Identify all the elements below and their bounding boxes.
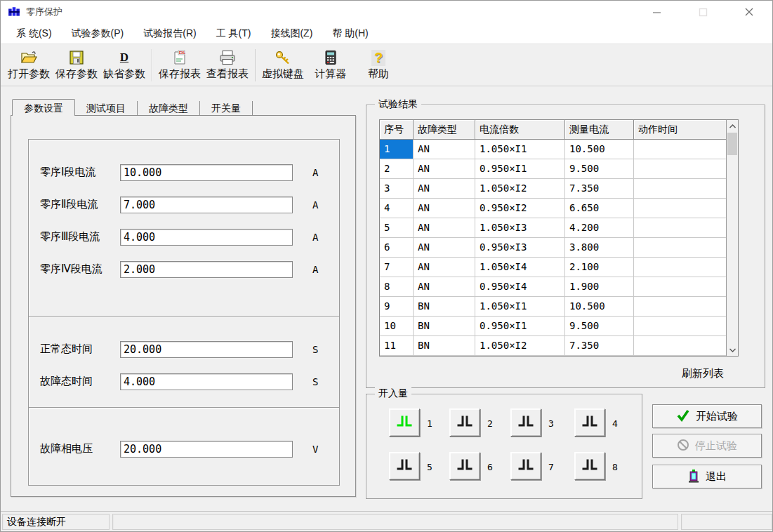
exit-button[interactable]: 退出 <box>652 465 762 488</box>
table-cell[interactable]: AN <box>414 159 475 179</box>
table-cell[interactable]: 0.950×I2 <box>475 199 565 218</box>
table-cell[interactable] <box>634 199 726 218</box>
menu-item[interactable]: 接线图(Z) <box>260 25 322 43</box>
table-row[interactable]: 10BN0.950×I19.500 <box>380 317 726 336</box>
table-cell[interactable]: 7 <box>380 258 414 277</box>
table-cell[interactable]: 10.500 <box>565 297 634 317</box>
table-cell[interactable] <box>634 317 726 336</box>
table-cell[interactable]: 9 <box>380 297 414 317</box>
table-cell[interactable]: 0.950×I4 <box>475 277 565 297</box>
toolbar-button-view-report[interactable]: 查看报表 <box>204 46 251 84</box>
digital-input-switch-4[interactable] <box>574 408 605 437</box>
toolbar-button-save-report[interactable]: EXL保存报表 <box>156 46 204 84</box>
table-cell[interactable]: 0.950×I1 <box>475 317 565 336</box>
column-header[interactable]: 故障类型 <box>414 120 475 140</box>
stop-test-button[interactable]: 停止试验 <box>652 434 762 458</box>
scroll-up-icon[interactable] <box>727 120 738 132</box>
table-cell[interactable]: AN <box>414 258 475 277</box>
field-input[interactable] <box>120 373 293 390</box>
toolbar-button-calculator[interactable]: 计算器 <box>307 46 355 84</box>
table-cell[interactable] <box>634 218 726 238</box>
tab-测试项目[interactable]: 测试项目 <box>75 101 138 115</box>
table-cell[interactable]: 8 <box>380 277 414 297</box>
table-cell[interactable]: 3.800 <box>565 238 634 258</box>
table-cell[interactable]: 1.050×I4 <box>475 258 565 277</box>
field-input[interactable] <box>120 164 293 181</box>
table-cell[interactable]: 6.650 <box>565 199 634 218</box>
table-cell[interactable]: AN <box>414 277 475 297</box>
table-row[interactable]: 5AN1.050×I34.200 <box>380 218 726 238</box>
table-cell[interactable]: BN <box>414 297 475 317</box>
scrollbar-thumb[interactable] <box>727 133 737 155</box>
column-header[interactable]: 动作时间 <box>634 120 726 140</box>
close-button[interactable] <box>726 1 772 23</box>
results-scrollbar[interactable] <box>726 120 738 356</box>
table-cell[interactable]: 11 <box>380 336 414 356</box>
table-cell[interactable]: AN <box>414 179 475 199</box>
table-cell[interactable]: 4.200 <box>565 218 634 238</box>
field-input[interactable] <box>120 229 293 246</box>
digital-input-switch-1[interactable] <box>389 408 420 437</box>
table-row[interactable]: 6AN0.950×I33.800 <box>380 238 726 258</box>
column-header[interactable]: 序号 <box>380 120 414 140</box>
table-cell[interactable]: 4 <box>380 199 414 218</box>
table-cell[interactable]: AN <box>414 199 475 218</box>
toolbar-button-virtual-keyboard[interactable]: 虚拟键盘 <box>259 46 307 84</box>
table-cell[interactable]: 1.050×I1 <box>475 297 565 317</box>
table-cell[interactable]: 3 <box>380 179 414 199</box>
table-cell[interactable] <box>634 258 726 277</box>
field-input[interactable] <box>120 341 293 358</box>
digital-input-switch-7[interactable] <box>510 452 541 480</box>
table-row[interactable]: 3AN1.050×I27.350 <box>380 179 726 199</box>
table-row[interactable]: 7AN1.050×I42.100 <box>380 258 726 277</box>
table-cell[interactable]: 2 <box>380 159 414 179</box>
table-cell[interactable]: 0.950×I1 <box>475 159 565 179</box>
table-cell[interactable]: 1.050×I2 <box>475 336 565 356</box>
table-cell[interactable]: 1.050×I3 <box>475 218 565 238</box>
table-cell[interactable]: AN <box>414 218 475 238</box>
toolbar-button-open-folder[interactable]: 打开参数 <box>5 46 53 84</box>
start-test-button[interactable]: 开始试验 <box>652 404 762 428</box>
scrollbar-track[interactable] <box>727 156 738 344</box>
tab-故障类型[interactable]: 故障类型 <box>138 101 200 115</box>
column-header[interactable]: 测量电流 <box>565 120 634 140</box>
scroll-down-icon[interactable] <box>727 344 738 356</box>
table-cell[interactable] <box>634 336 726 356</box>
tab-开关量[interactable]: 开关量 <box>200 101 253 115</box>
column-header[interactable]: 电流倍数 <box>475 120 565 140</box>
table-cell[interactable] <box>634 140 726 159</box>
table-cell[interactable]: 1.050×I2 <box>475 179 565 199</box>
table-row[interactable]: 9BN1.050×I110.500 <box>380 297 726 317</box>
table-cell[interactable] <box>634 179 726 199</box>
maximize-button[interactable] <box>680 1 726 23</box>
table-row[interactable]: 4AN0.950×I26.650 <box>380 199 726 218</box>
table-cell[interactable] <box>634 297 726 317</box>
field-input[interactable] <box>120 197 293 213</box>
table-cell[interactable]: 9.500 <box>565 317 634 336</box>
digital-input-switch-3[interactable] <box>510 408 541 437</box>
table-cell[interactable]: BN <box>414 336 475 356</box>
menu-item[interactable]: 帮 助(H) <box>322 25 378 43</box>
table-cell[interactable]: 1.050×I1 <box>475 140 565 159</box>
table-row[interactable]: 1AN1.050×I110.500 <box>380 140 726 159</box>
table-cell[interactable]: 1 <box>380 140 414 159</box>
table-cell[interactable]: 7.350 <box>565 179 634 199</box>
menu-item[interactable]: 试验报告(R) <box>133 25 206 43</box>
digital-input-switch-2[interactable] <box>449 408 480 437</box>
table-row[interactable]: 2AN0.950×I19.500 <box>380 159 726 179</box>
minimize-button[interactable] <box>633 1 680 23</box>
table-cell[interactable]: 10.500 <box>565 140 634 159</box>
table-cell[interactable]: 1.900 <box>565 277 634 297</box>
table-cell[interactable] <box>634 159 726 179</box>
table-cell[interactable]: 0.950×I3 <box>475 238 565 258</box>
menu-item[interactable]: 系 统(S) <box>6 25 62 43</box>
table-cell[interactable] <box>634 238 726 258</box>
toolbar-button-save[interactable]: 保存参数 <box>53 46 100 84</box>
toolbar-button-default-params[interactable]: D缺省参数 <box>100 46 148 84</box>
table-cell[interactable]: 7.350 <box>565 336 634 356</box>
digital-input-switch-5[interactable] <box>389 452 420 480</box>
table-cell[interactable]: 5 <box>380 218 414 238</box>
refresh-list-button[interactable]: 刷新列表 <box>682 367 724 380</box>
field-input[interactable] <box>120 441 293 458</box>
toolbar-button-help[interactable]: ?帮助 <box>355 46 402 84</box>
